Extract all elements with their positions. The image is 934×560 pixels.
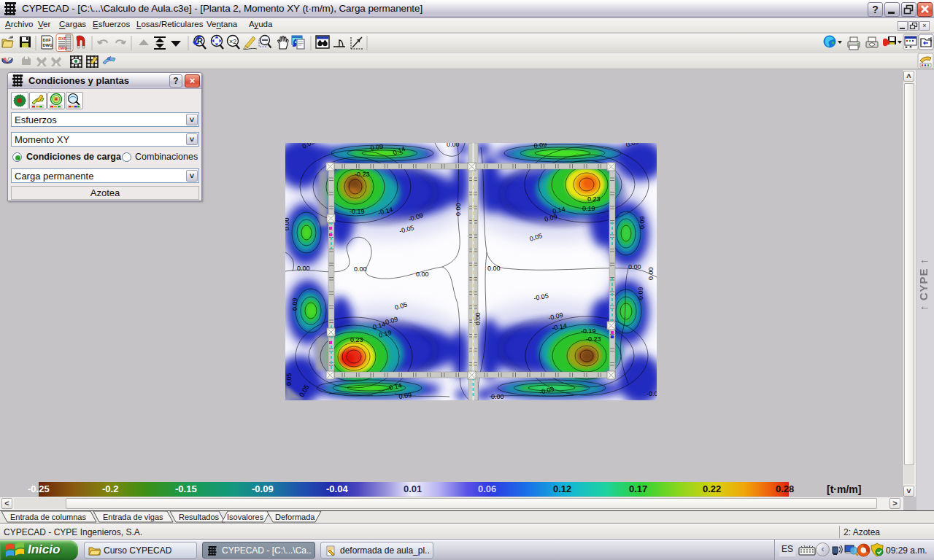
svg-text:×2: ×2 — [229, 38, 236, 45]
svg-text:0.23: 0.23 — [587, 195, 601, 203]
svg-text:DWG: DWG — [58, 46, 67, 50]
svg-text:-0.19: -0.19 — [581, 327, 596, 335]
svg-text:-0.09: -0.09 — [637, 287, 644, 302]
svg-text:Entrada de vigas: Entrada de vigas — [103, 513, 163, 521]
svg-text:0.00: 0.00 — [285, 217, 290, 230]
svg-text:Deformada: Deformada — [275, 513, 315, 521]
svg-text:0.05: 0.05 — [285, 373, 293, 386]
svg-text:Isovalores: Isovalores — [227, 513, 264, 521]
svg-text:-0.23: -0.23 — [586, 335, 601, 343]
svg-text:Entrada de columnas: Entrada de columnas — [10, 513, 86, 521]
svg-text:0.09: 0.09 — [291, 298, 298, 311]
svg-text:0.09: 0.09 — [638, 216, 646, 229]
svg-text:-0.19: -0.19 — [350, 208, 365, 215]
svg-text:0.19: 0.19 — [582, 205, 595, 212]
svg-text:-0.05: -0.05 — [647, 390, 657, 397]
svg-text:0.00: 0.00 — [447, 143, 460, 148]
svg-text:0.00: 0.00 — [647, 267, 655, 280]
svg-text:0.00: 0.00 — [628, 263, 641, 271]
svg-text:0.00: 0.00 — [491, 393, 504, 400]
svg-text:DXF: DXF — [43, 38, 52, 42]
svg-text:0.00: 0.00 — [474, 312, 482, 325]
svg-text:d: d — [107, 55, 111, 61]
svg-text:0.00: 0.00 — [416, 271, 429, 278]
svg-text:0.00: 0.00 — [354, 265, 367, 273]
svg-text:0.00: 0.00 — [297, 265, 310, 272]
svg-text:-0.23: -0.23 — [355, 171, 370, 178]
svg-text:0.00: 0.00 — [487, 265, 501, 272]
svg-text:DWG: DWG — [43, 43, 53, 47]
svg-text:0.23: 0.23 — [350, 336, 363, 343]
svg-text:0.00: 0.00 — [455, 203, 462, 216]
svg-text:Resultados: Resultados — [179, 513, 220, 521]
